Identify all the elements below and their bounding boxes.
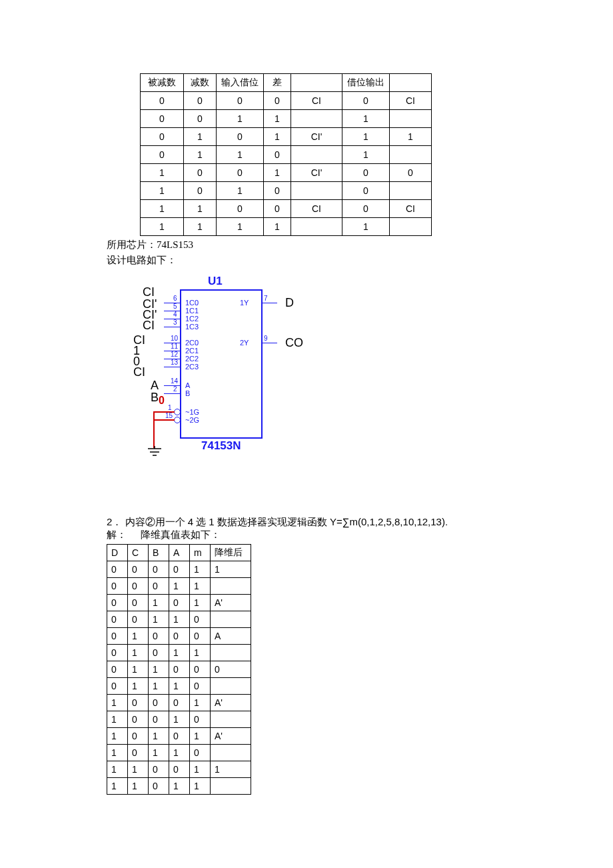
td: 1 xyxy=(390,128,432,146)
td: 1 xyxy=(211,561,251,578)
td: 1 xyxy=(149,595,169,611)
pin-label: B xyxy=(185,389,190,397)
table-row: 0101CI'11 xyxy=(141,128,432,146)
td: 1 xyxy=(190,595,211,611)
td: 1 xyxy=(190,645,211,661)
td: 0 xyxy=(169,628,190,645)
td: 1 xyxy=(141,182,184,200)
net-label: CO xyxy=(285,336,303,350)
td: 1 xyxy=(184,128,217,146)
ground-icon xyxy=(147,446,163,458)
pin-number: 10 xyxy=(171,335,178,342)
td xyxy=(390,146,432,164)
table-row: 01000A xyxy=(107,628,251,645)
pin-label: 1C0 xyxy=(185,299,199,307)
td: 0 xyxy=(149,645,169,661)
th: 减数 xyxy=(184,74,217,92)
td: 1 xyxy=(264,128,291,146)
td: 0 xyxy=(184,110,217,128)
pin-label: ~1G xyxy=(185,408,199,416)
th: 降维后 xyxy=(211,545,251,561)
net-label: D xyxy=(285,296,294,310)
td: 1 xyxy=(264,110,291,128)
td xyxy=(211,578,251,595)
td: 1 xyxy=(217,218,264,236)
td: 1 xyxy=(149,728,169,745)
table-row: D C B A m 降维后 xyxy=(107,545,251,561)
td: CI' xyxy=(291,128,342,146)
td: 0 xyxy=(217,92,264,110)
td: 1 xyxy=(107,745,128,761)
td: 0 xyxy=(217,164,264,182)
question-text: 内容②用一个 4 选 1 数据选择器实现逻辑函数 Y=∑m(0,1,2,5,8,… xyxy=(125,516,448,527)
component-refdes: U1 xyxy=(207,275,224,288)
inversion-bubble xyxy=(174,417,181,423)
td: 0 xyxy=(128,711,149,728)
td: 1 xyxy=(149,611,169,628)
td: 0 xyxy=(107,628,128,645)
logic-zero-label: 0 xyxy=(159,395,165,407)
table-row: 011000 xyxy=(107,661,251,678)
td: 0 xyxy=(107,661,128,678)
pin-stub xyxy=(261,303,277,303)
td xyxy=(390,110,432,128)
question-2-section: 2． 内容②用一个 4 选 1 数据选择器实现逻辑函数 Y=∑m(0,1,2,5… xyxy=(80,516,533,795)
td: 1 xyxy=(128,778,149,795)
pin-label: 2Y xyxy=(240,339,249,347)
td: 0 xyxy=(184,164,217,182)
th xyxy=(390,74,432,92)
table-row: 10110 xyxy=(107,745,251,761)
th: B xyxy=(149,545,169,561)
td xyxy=(211,678,251,695)
td: 0 xyxy=(128,578,149,595)
pin-label: 2C0 xyxy=(185,339,199,347)
td: 0 xyxy=(169,695,190,711)
th xyxy=(291,74,342,92)
th: 被减数 xyxy=(141,74,184,92)
td: 0 xyxy=(107,611,128,628)
pin-stub xyxy=(164,367,180,367)
pin-number: 6 xyxy=(173,295,177,302)
net-label: CI xyxy=(143,319,155,333)
td: 1 xyxy=(141,200,184,218)
pin-number: 5 xyxy=(173,303,177,310)
td xyxy=(211,778,251,795)
td: 0 xyxy=(190,628,211,645)
net-label: CI xyxy=(133,365,145,379)
td xyxy=(291,110,342,128)
td xyxy=(291,218,342,236)
td xyxy=(390,218,432,236)
td: 0 xyxy=(169,728,190,745)
td: 0 xyxy=(107,645,128,661)
td: 0 xyxy=(141,110,184,128)
pin-number: 3 xyxy=(173,319,177,326)
td: 1 xyxy=(107,778,128,795)
td: 0 xyxy=(217,128,264,146)
td: 0 xyxy=(149,628,169,645)
td: 0 xyxy=(264,182,291,200)
pin-label: A xyxy=(185,381,190,389)
table-row: 10100 xyxy=(141,182,432,200)
pin-number: 11 xyxy=(171,343,178,350)
td: 0 xyxy=(217,200,264,218)
pin-number: 13 xyxy=(171,359,178,366)
table-row: 0000CI0CI xyxy=(141,92,432,110)
td: 1 xyxy=(342,128,390,146)
td: 1 xyxy=(264,218,291,236)
td: 0 xyxy=(141,92,184,110)
td: CI xyxy=(291,200,342,218)
pin-label: ~2G xyxy=(185,416,199,424)
th: D xyxy=(107,545,128,561)
td: 1 xyxy=(128,661,149,678)
td: 1 xyxy=(107,728,128,745)
td: 0 xyxy=(264,146,291,164)
td: 1 xyxy=(141,218,184,236)
truth-table-2: D C B A m 降维后 000011 00011 00101A' 00110… xyxy=(107,544,251,795)
pin-stub xyxy=(261,343,277,343)
td: CI xyxy=(291,92,342,110)
th: 差 xyxy=(264,74,291,92)
td: 1 xyxy=(342,218,390,236)
td: A' xyxy=(211,595,251,611)
td: 0 xyxy=(390,164,432,182)
td xyxy=(211,611,251,628)
